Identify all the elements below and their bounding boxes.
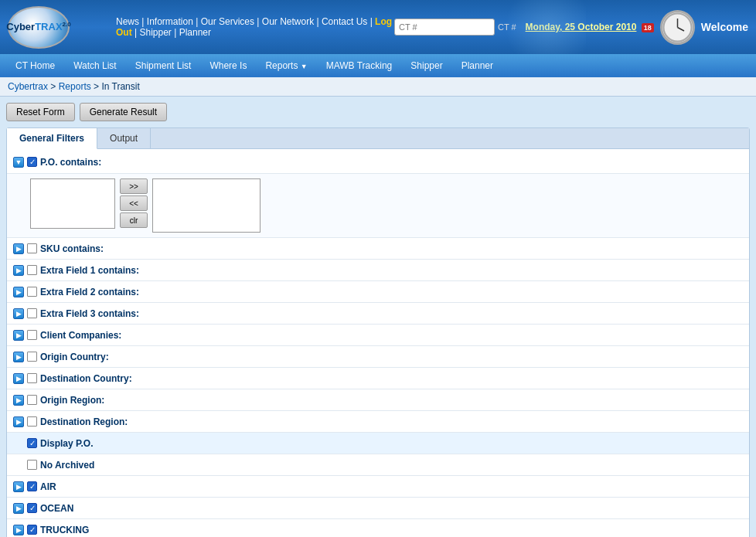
nav-ct-home[interactable]: CT Home	[6, 54, 64, 77]
client-expand-icon[interactable]: ▶	[13, 330, 24, 341]
ocean-checkbox[interactable]: ✓	[27, 503, 37, 513]
filter-origin-region: ▶ Origin Region:	[7, 389, 749, 411]
calendar-icon: 18	[642, 23, 654, 32]
dest-region-expand-icon[interactable]: ▶	[13, 416, 24, 427]
origin-region-label: Origin Region:	[40, 395, 104, 406]
dest-region-label: Destination Region:	[40, 416, 128, 427]
trucking-checkbox[interactable]: ✓	[27, 525, 37, 535]
sku-label: SKU contains:	[40, 243, 104, 254]
filter-no-archived: No Archived	[7, 454, 749, 476]
breadcrumb-cybertrax[interactable]: Cybertrax	[8, 81, 48, 92]
nav-watch-list[interactable]: Watch List	[64, 54, 126, 77]
filter-ocean: ▶ ✓ OCEAN	[7, 498, 749, 519]
filter-origin-country: ▶ Origin Country:	[7, 346, 749, 368]
filter-extra3: ▶ Extra Field 3 contains:	[7, 303, 749, 325]
nav-link-contact-us[interactable]: Contact Us	[322, 16, 367, 27]
po-remove-button[interactable]: <<	[120, 195, 148, 211]
ocean-expand-icon[interactable]: ▶	[13, 503, 24, 514]
filter-air: ▶ ✓ AIR	[7, 476, 749, 498]
main-nav: CT Home Watch List Shipment List Where I…	[0, 54, 756, 77]
air-label: AIR	[40, 481, 56, 492]
breadcrumb: Cybertrax > Reports > In Transit	[0, 77, 756, 97]
filter-po-header: ▼ ✓ P.O. contains:	[7, 152, 749, 174]
air-expand-icon[interactable]: ▶	[13, 481, 24, 492]
no-archived-checkbox[interactable]	[27, 460, 37, 470]
origin-country-expand-icon[interactable]: ▶	[13, 352, 24, 362]
dest-region-checkbox[interactable]	[27, 416, 37, 427]
origin-region-expand-icon[interactable]: ▶	[13, 395, 24, 406]
nav-link-news[interactable]: News	[116, 16, 139, 27]
filter-section: ▼ ✓ P.O. contains: >> << clr ▶	[7, 149, 749, 537]
top-bar: CyberTRAX2.0 News | Information | Our Se…	[0, 0, 756, 54]
po-checkbox[interactable]: ✓	[27, 157, 37, 167]
filter-extra2: ▶ Extra Field 2 contains:	[7, 281, 749, 303]
filter-destination-country: ▶ Destination Country:	[7, 368, 749, 389]
origin-region-checkbox[interactable]	[27, 395, 37, 405]
origin-country-label: Origin Country:	[40, 352, 109, 362]
nav-mawb-tracking[interactable]: MAWB Tracking	[317, 54, 402, 77]
nav-link-shipper[interactable]: Shipper	[139, 27, 171, 38]
po-clear-button[interactable]: clr	[120, 212, 148, 228]
reports-dropdown-arrow: ▼	[301, 63, 308, 70]
nav-link-our-services[interactable]: Our Services	[201, 16, 254, 27]
content-area: Reset Form Generate Result General Filte…	[0, 97, 756, 537]
client-checkbox[interactable]	[27, 330, 37, 340]
nav-link-information[interactable]: Information	[147, 16, 193, 27]
display-po-checkbox[interactable]: ✓	[27, 438, 37, 448]
reset-form-button[interactable]: Reset Form	[6, 103, 75, 121]
nav-link-our-network[interactable]: Our Network	[262, 16, 314, 27]
logo: CyberTRAX2.0	[8, 6, 70, 49]
filter-sku: ▶ SKU contains:	[7, 238, 749, 260]
action-row: Reset Form Generate Result	[6, 103, 750, 121]
sku-expand-icon[interactable]: ▶	[13, 243, 24, 254]
nav-shipment-list[interactable]: Shipment List	[126, 54, 201, 77]
tab-general-filters[interactable]: General Filters	[7, 128, 97, 149]
generate-result-button[interactable]: Generate Result	[80, 103, 167, 121]
logo-area: CyberTRAX2.0	[8, 6, 108, 49]
extra3-label: Extra Field 3 contains:	[40, 308, 139, 319]
dest-country-checkbox[interactable]	[27, 373, 37, 383]
extra1-checkbox[interactable]	[27, 265, 37, 275]
extra3-expand-icon[interactable]: ▶	[13, 308, 24, 319]
po-add-button[interactable]: >>	[120, 178, 148, 194]
welcome-text: Welcome	[701, 21, 748, 33]
search-input[interactable]	[394, 19, 495, 36]
po-input[interactable]	[30, 178, 115, 229]
nav-shipper[interactable]: Shipper	[401, 54, 451, 77]
po-label: P.O. contains:	[40, 157, 101, 168]
nav-planner[interactable]: Planner	[452, 54, 502, 77]
origin-country-checkbox[interactable]	[27, 352, 37, 362]
extra2-checkbox[interactable]	[27, 287, 37, 297]
nav-where-is[interactable]: Where Is	[200, 54, 256, 77]
filter-trucking: ▶ ✓ TRUCKING	[7, 519, 749, 537]
dest-country-expand-icon[interactable]: ▶	[13, 373, 24, 384]
extra1-expand-icon[interactable]: ▶	[13, 265, 24, 276]
breadcrumb-in-transit: In Transit	[101, 81, 139, 92]
display-po-label: Display P.O.	[40, 438, 93, 449]
breadcrumb-reports[interactable]: Reports	[59, 81, 91, 92]
nav-link-planner[interactable]: Planner	[179, 27, 211, 38]
extra1-label: Extra Field 1 contains:	[40, 265, 139, 276]
tab-output[interactable]: Output	[97, 128, 151, 148]
extra3-checkbox[interactable]	[27, 308, 37, 318]
filter-destination-region: ▶ Destination Region:	[7, 411, 749, 433]
trucking-label: TRUCKING	[40, 525, 89, 535]
client-label: Client Companies:	[40, 330, 121, 341]
no-archived-label: No Archived	[40, 460, 94, 471]
sku-checkbox[interactable]	[27, 243, 37, 253]
dest-country-label: Destination Country:	[40, 373, 132, 384]
filter-client-companies: ▶ Client Companies:	[7, 325, 749, 346]
po-expand-icon[interactable]: ▼	[13, 157, 24, 168]
filter-display-po: ✓ Display P.O.	[7, 433, 749, 454]
clock-icon	[660, 10, 695, 45]
tab-header: General Filters Output	[7, 128, 749, 149]
extra2-label: Extra Field 2 contains:	[40, 287, 139, 297]
air-checkbox[interactable]: ✓	[27, 481, 37, 491]
po-button-group: >> << clr	[120, 178, 148, 228]
tab-panel: General Filters Output ▼ ✓ P.O. contains…	[6, 127, 750, 537]
po-controls: >> << clr	[30, 178, 726, 233]
extra2-expand-icon[interactable]: ▶	[13, 287, 24, 297]
nav-reports[interactable]: Reports ▼	[256, 54, 316, 77]
trucking-expand-icon[interactable]: ▶	[13, 525, 24, 535]
po-expanded-area: >> << clr	[7, 174, 749, 238]
